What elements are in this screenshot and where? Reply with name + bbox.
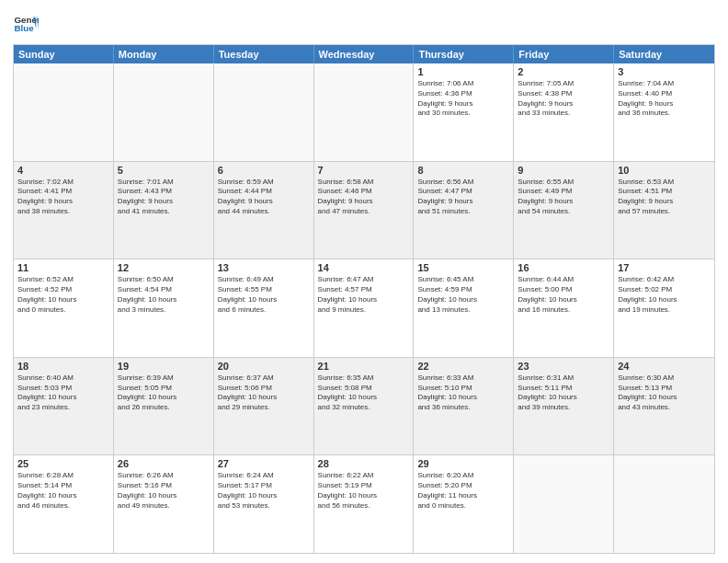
cell-info: Sunrise: 6:24 AM Sunset: 5:17 PM Dayligh…: [218, 471, 310, 511]
calendar-cell-r3-c6: 24Sunrise: 6:30 AM Sunset: 5:13 PM Dayli…: [614, 358, 714, 455]
cell-info: Sunrise: 6:56 AM Sunset: 4:47 PM Dayligh…: [417, 178, 509, 217]
cell-info: Sunrise: 6:31 AM Sunset: 5:11 PM Dayligh…: [518, 373, 609, 413]
calendar-cell-r3-c1: 19Sunrise: 6:39 AM Sunset: 5:05 PM Dayli…: [114, 358, 214, 455]
cell-info: Sunrise: 6:53 AM Sunset: 4:51 PM Dayligh…: [618, 178, 711, 217]
calendar-row-2: 11Sunrise: 6:52 AM Sunset: 4:52 PM Dayli…: [14, 259, 714, 358]
cell-info: Sunrise: 6:50 AM Sunset: 4:54 PM Dayligh…: [118, 275, 210, 315]
calendar: SundayMondayTuesdayWednesdayThursdayFrid…: [13, 44, 715, 554]
calendar-cell-r3-c3: 21Sunrise: 6:35 AM Sunset: 5:08 PM Dayli…: [314, 358, 415, 455]
day-number: 2: [518, 66, 609, 77]
cell-info: Sunrise: 7:04 AM Sunset: 4:40 PM Dayligh…: [618, 79, 711, 119]
cell-info: Sunrise: 6:45 AM Sunset: 4:59 PM Dayligh…: [417, 275, 509, 315]
calendar-cell-r1-c2: 6Sunrise: 6:59 AM Sunset: 4:44 PM Daylig…: [214, 162, 314, 259]
calendar-cell-r0-c6: 3Sunrise: 7:04 AM Sunset: 4:40 PM Daylig…: [614, 63, 714, 161]
day-number: 26: [118, 458, 210, 469]
calendar-cell-r3-c4: 22Sunrise: 6:33 AM Sunset: 5:10 PM Dayli…: [414, 358, 514, 455]
cell-info: Sunrise: 6:30 AM Sunset: 5:13 PM Dayligh…: [618, 373, 711, 413]
calendar-cell-r2-c2: 13Sunrise: 6:49 AM Sunset: 4:55 PM Dayli…: [214, 259, 314, 357]
cell-info: Sunrise: 7:05 AM Sunset: 4:38 PM Dayligh…: [518, 79, 609, 119]
calendar-cell-r3-c2: 20Sunrise: 6:37 AM Sunset: 5:06 PM Dayli…: [214, 358, 314, 455]
calendar-cell-r0-c0: [14, 63, 114, 161]
day-number: 14: [318, 262, 410, 273]
cell-info: Sunrise: 7:01 AM Sunset: 4:43 PM Dayligh…: [118, 178, 210, 217]
cell-info: Sunrise: 6:39 AM Sunset: 5:05 PM Dayligh…: [118, 373, 210, 413]
day-number: 10: [618, 165, 711, 176]
calendar-cell-r1-c1: 5Sunrise: 7:01 AM Sunset: 4:43 PM Daylig…: [114, 162, 214, 259]
page: General Blue SundayMondayTuesdayWednesda…: [0, 0, 728, 563]
cell-info: Sunrise: 6:35 AM Sunset: 5:08 PM Dayligh…: [318, 373, 410, 413]
day-number: 15: [417, 262, 509, 273]
cell-info: Sunrise: 6:59 AM Sunset: 4:44 PM Dayligh…: [218, 178, 310, 217]
cell-info: Sunrise: 6:28 AM Sunset: 5:14 PM Dayligh…: [17, 471, 109, 511]
logo: General Blue: [13, 11, 40, 37]
calendar-cell-r1-c5: 9Sunrise: 6:55 AM Sunset: 4:49 PM Daylig…: [514, 162, 614, 259]
day-number: 27: [218, 458, 310, 469]
col-header-thursday: Thursday: [414, 45, 514, 63]
col-header-monday: Monday: [114, 45, 214, 63]
logo-icon: General Blue: [13, 11, 39, 37]
cell-info: Sunrise: 6:49 AM Sunset: 4:55 PM Dayligh…: [218, 275, 310, 315]
calendar-cell-r0-c5: 2Sunrise: 7:05 AM Sunset: 4:38 PM Daylig…: [514, 63, 614, 161]
cell-info: Sunrise: 7:02 AM Sunset: 4:41 PM Dayligh…: [17, 178, 109, 217]
calendar-row-0: 1Sunrise: 7:06 AM Sunset: 4:36 PM Daylig…: [14, 63, 714, 162]
cell-info: Sunrise: 6:47 AM Sunset: 4:57 PM Dayligh…: [318, 275, 410, 315]
day-number: 5: [118, 165, 210, 176]
cell-info: Sunrise: 6:42 AM Sunset: 5:02 PM Dayligh…: [618, 275, 711, 315]
calendar-cell-r1-c4: 8Sunrise: 6:56 AM Sunset: 4:47 PM Daylig…: [414, 162, 514, 259]
col-header-friday: Friday: [514, 45, 614, 63]
day-number: 28: [318, 458, 410, 469]
calendar-cell-r2-c1: 12Sunrise: 6:50 AM Sunset: 4:54 PM Dayli…: [114, 259, 214, 357]
calendar-cell-r2-c5: 16Sunrise: 6:44 AM Sunset: 5:00 PM Dayli…: [514, 259, 614, 357]
calendar-cell-r4-c4: 29Sunrise: 6:20 AM Sunset: 5:20 PM Dayli…: [414, 455, 514, 553]
cell-info: Sunrise: 6:58 AM Sunset: 4:46 PM Dayligh…: [318, 178, 410, 217]
cell-info: Sunrise: 6:40 AM Sunset: 5:03 PM Dayligh…: [17, 373, 109, 413]
day-number: 16: [518, 262, 609, 273]
day-number: 25: [17, 458, 109, 469]
day-number: 1: [417, 66, 509, 77]
calendar-cell-r4-c5: [514, 455, 614, 553]
calendar-header: SundayMondayTuesdayWednesdayThursdayFrid…: [14, 45, 714, 63]
day-number: 23: [518, 361, 609, 372]
calendar-cell-r3-c5: 23Sunrise: 6:31 AM Sunset: 5:11 PM Dayli…: [514, 358, 614, 455]
calendar-cell-r2-c0: 11Sunrise: 6:52 AM Sunset: 4:52 PM Dayli…: [14, 259, 114, 357]
day-number: 8: [417, 165, 509, 176]
calendar-cell-r4-c3: 28Sunrise: 6:22 AM Sunset: 5:19 PM Dayli…: [314, 455, 415, 553]
calendar-cell-r4-c1: 26Sunrise: 6:26 AM Sunset: 5:16 PM Dayli…: [114, 455, 214, 553]
calendar-cell-r4-c6: [614, 455, 714, 553]
day-number: 3: [618, 66, 711, 77]
col-header-wednesday: Wednesday: [314, 45, 415, 63]
cell-info: Sunrise: 6:37 AM Sunset: 5:06 PM Dayligh…: [218, 373, 310, 413]
col-header-tuesday: Tuesday: [214, 45, 314, 63]
calendar-cell-r2-c4: 15Sunrise: 6:45 AM Sunset: 4:59 PM Dayli…: [414, 259, 514, 357]
day-number: 4: [17, 165, 109, 176]
calendar-cell-r0-c1: [114, 63, 214, 161]
calendar-cell-r1-c3: 7Sunrise: 6:58 AM Sunset: 4:46 PM Daylig…: [314, 162, 415, 259]
calendar-row-1: 4Sunrise: 7:02 AM Sunset: 4:41 PM Daylig…: [14, 162, 714, 260]
day-number: 11: [17, 262, 109, 273]
svg-text:Blue: Blue: [14, 23, 34, 33]
day-number: 9: [518, 165, 609, 176]
col-header-sunday: Sunday: [14, 45, 114, 63]
cell-info: Sunrise: 6:44 AM Sunset: 5:00 PM Dayligh…: [518, 275, 609, 315]
calendar-body: 1Sunrise: 7:06 AM Sunset: 4:36 PM Daylig…: [14, 63, 714, 553]
day-number: 18: [17, 361, 109, 372]
calendar-row-3: 18Sunrise: 6:40 AM Sunset: 5:03 PM Dayli…: [14, 358, 714, 456]
day-number: 20: [218, 361, 310, 372]
day-number: 6: [218, 165, 310, 176]
calendar-cell-r3-c0: 18Sunrise: 6:40 AM Sunset: 5:03 PM Dayli…: [14, 358, 114, 455]
calendar-cell-r4-c2: 27Sunrise: 6:24 AM Sunset: 5:17 PM Dayli…: [214, 455, 314, 553]
calendar-cell-r1-c0: 4Sunrise: 7:02 AM Sunset: 4:41 PM Daylig…: [14, 162, 114, 259]
calendar-cell-r0-c2: [214, 63, 314, 161]
header: General Blue: [13, 11, 715, 37]
calendar-cell-r0-c3: [314, 63, 415, 161]
calendar-cell-r2-c3: 14Sunrise: 6:47 AM Sunset: 4:57 PM Dayli…: [314, 259, 415, 357]
day-number: 7: [318, 165, 410, 176]
day-number: 12: [118, 262, 210, 273]
col-header-saturday: Saturday: [614, 45, 714, 63]
day-number: 22: [417, 361, 509, 372]
cell-info: Sunrise: 6:55 AM Sunset: 4:49 PM Dayligh…: [518, 178, 609, 217]
day-number: 29: [417, 458, 509, 469]
calendar-cell-r4-c0: 25Sunrise: 6:28 AM Sunset: 5:14 PM Dayli…: [14, 455, 114, 553]
cell-info: Sunrise: 6:22 AM Sunset: 5:19 PM Dayligh…: [318, 471, 410, 511]
cell-info: Sunrise: 7:06 AM Sunset: 4:36 PM Dayligh…: [417, 79, 509, 119]
